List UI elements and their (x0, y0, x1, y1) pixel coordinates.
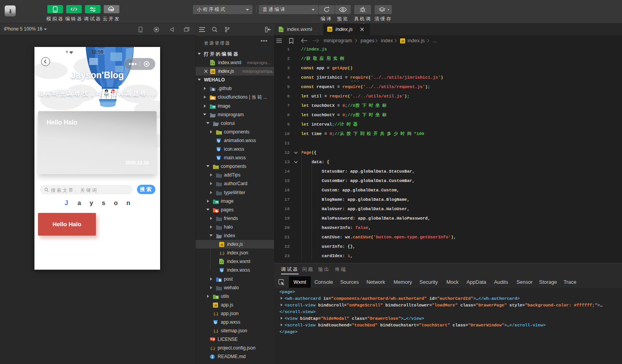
svg-text:JS: JS (401, 40, 405, 43)
svg-text:{..}: {..} (214, 329, 218, 333)
svg-text:{..}: {..} (214, 312, 218, 316)
svg-text:JS: JS (211, 70, 215, 73)
svg-text:JS: JS (220, 243, 224, 246)
svg-text:{..}: {..} (211, 346, 215, 350)
svg-text:JS: JS (328, 28, 332, 31)
svg-text:JS: JS (214, 304, 218, 307)
svg-text:{..}: {..} (220, 251, 225, 255)
